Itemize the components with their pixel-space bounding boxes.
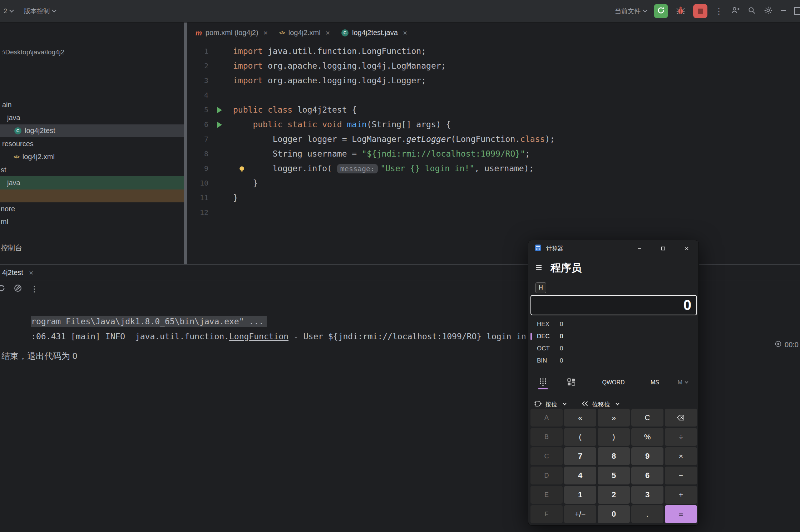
code-text[interactable]: public class log4j2test { [231,103,357,117]
calc-key-4[interactable]: 4 [564,467,596,484]
project-item-java[interactable]: java [0,176,184,189]
minimize-button[interactable] [780,7,787,16]
calc-maximize-button[interactable] [651,240,675,257]
maximize-button[interactable] [794,7,800,15]
code-text[interactable]: String username = "${jndi:rmi://localhos… [231,147,530,161]
calc-key-open-paren[interactable]: ( [564,428,596,446]
chevron-down-icon [52,8,56,13]
full-keypad-toggle[interactable] [537,375,549,390]
run-line-gutter[interactable] [208,107,231,113]
project-item-log4j2-xml[interactable]: </>log4j2.xml [0,151,184,163]
bit-keypad-toggle[interactable] [564,375,578,390]
calc-key-rsh[interactable]: » [598,409,630,427]
project-panel: :\Desktop\java\log4j2 ainjavaClog4j2test… [0,23,184,264]
calc-minimize-button[interactable] [628,240,651,257]
console-tab[interactable]: 4j2test [2,269,23,277]
memory-store-button[interactable]: MS [644,375,666,390]
calculator-display[interactable]: 0 [530,295,697,315]
calc-key-equals[interactable]: = [665,505,697,523]
calc-key-9[interactable]: 9 [631,447,663,465]
more-icon[interactable]: ⋮ [30,284,39,294]
radix-value: 0 [560,345,563,352]
close-icon[interactable]: × [326,29,330,37]
project-item-nore[interactable]: nore [0,202,184,215]
calc-key-hex-f[interactable]: F [530,505,563,523]
run-line-gutter[interactable] [208,122,231,128]
project-widget[interactable]: 2 [4,8,13,15]
calc-key-percent[interactable]: % [631,428,663,446]
calc-key-7[interactable]: 7 [564,447,596,465]
run-config-selector[interactable]: 当前文件 [615,7,647,15]
code-text[interactable]: import org.apache.logging.log4j.LogManag… [231,59,446,73]
calc-key-hex-c[interactable]: C [530,447,563,465]
editor-tab-pom-xml-log4j2[interactable]: mpom.xml (log4j2)× [190,23,273,43]
radix-oct[interactable]: OCT0 [528,343,698,355]
project-item-st[interactable]: st [0,163,184,176]
calc-close-button[interactable] [675,240,698,257]
calc-key-0[interactable]: 0 [598,505,630,523]
calc-key-plus[interactable]: + [665,486,697,504]
code-text[interactable]: public static void main(String[] args) { [231,117,451,132]
hamburger-menu-icon[interactable] [535,263,543,273]
close-icon[interactable]: × [29,269,33,277]
editor-tab-log4j2test-java[interactable]: Clog4j2test.java× [336,23,413,43]
code-token: org.apache.logging.log4j.Logger; [268,76,426,85]
class-link[interactable]: LongFunction [229,332,288,341]
close-icon[interactable]: × [263,29,268,37]
project-item-resources[interactable]: resources [0,137,184,150]
debug-button[interactable] [675,5,686,18]
more-actions-button[interactable]: ⋮ [715,6,724,16]
calc-key-8[interactable]: 8 [598,447,630,465]
calc-key-hex-b[interactable]: B [530,428,563,446]
calc-key-multiply[interactable]: × [665,447,697,465]
project-item-ml[interactable]: ml [0,216,184,228]
code-text[interactable]: Logger logger = LogManager.getLogger(Lon… [231,132,555,147]
rerun-button[interactable] [654,4,668,18]
calc-key-hex-a[interactable]: A [530,409,563,427]
memory-menu-button[interactable]: M [671,375,694,390]
close-icon[interactable]: × [403,29,407,37]
stop-button[interactable] [693,4,707,18]
calc-key-hex-d[interactable]: D [530,467,563,484]
calc-key-minus[interactable]: − [665,467,697,484]
code-text[interactable]: import java.util.function.LongFunction; [231,44,426,59]
calc-key-divide[interactable]: ÷ [665,428,697,446]
radix-hex[interactable]: HEX0 [528,318,698,330]
edit-run-icon[interactable] [14,284,22,294]
calc-key-hex-e[interactable]: E [530,486,563,504]
panel-splitter[interactable] [184,23,187,264]
project-item-控制台[interactable]: 控制台 [0,241,184,254]
add-user-button[interactable] [731,6,740,17]
radix-bin[interactable]: BIN0 [528,355,698,367]
code-text[interactable]: } [231,176,258,191]
calc-key-backspace[interactable] [665,409,697,427]
project-item-log4j2test[interactable]: Clog4j2test [0,124,184,137]
calc-key-3[interactable]: 3 [631,486,663,504]
rerun-icon[interactable] [0,284,6,294]
calc-key-5[interactable]: 5 [598,467,630,484]
project-item-ain[interactable]: ain [0,98,184,111]
calc-key-lsh[interactable]: « [564,409,596,427]
radix-dec[interactable]: DEC0 [528,330,698,343]
project-widget-label: 2 [4,8,7,15]
project-root-path[interactable]: :\Desktop\java\log4j2 [1,48,64,56]
editor-tab-log4j2-xml[interactable]: </>log4j2.xml× [273,23,336,43]
calc-key-decimal[interactable]: . [631,505,663,523]
calc-key-close-paren[interactable]: ) [598,428,630,446]
project-item-java[interactable]: java [0,111,184,124]
code-area[interactable]: 1import java.util.function.LongFunction;… [187,43,800,220]
calc-key-negate[interactable]: +/− [564,505,596,523]
calc-key-1[interactable]: 1 [564,486,596,504]
code-text[interactable]: logger.info( message:"User {} login in!"… [231,161,534,176]
calc-key-2[interactable]: 2 [598,486,630,504]
settings-button[interactable] [764,6,773,17]
calculator-window: 计算器 程序员 H 0 HEX0DEC0OCT0BIN0 QWORD MS M [528,240,699,526]
project-item-item[interactable] [0,189,184,202]
code-text[interactable]: import org.apache.logging.log4j.Logger; [231,73,426,88]
word-size-button[interactable]: QWORD [595,375,632,390]
code-text[interactable]: } [231,191,238,205]
vcs-widget[interactable]: 版本控制 [24,7,56,15]
calc-key-6[interactable]: 6 [631,467,663,484]
search-button[interactable] [747,6,756,17]
calc-key-clear[interactable]: C [631,409,663,427]
